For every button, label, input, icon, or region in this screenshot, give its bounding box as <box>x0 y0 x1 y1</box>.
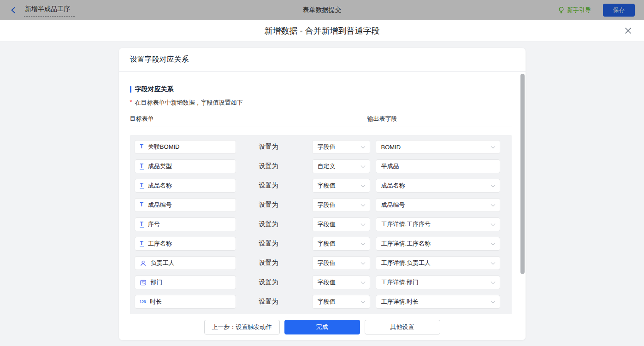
target-field: T 成品名称 <box>135 179 236 193</box>
mode-select[interactable]: 字段值 <box>312 295 370 309</box>
chevron-down-icon <box>490 241 495 246</box>
value-select[interactable]: 成品编号 <box>376 198 500 212</box>
target-field-label: 部门 <box>151 278 163 287</box>
other-settings-button[interactable]: 其他设置 <box>365 320 440 334</box>
set-as-label: 设置为 <box>259 240 283 248</box>
target-field: T 序号 <box>135 217 236 231</box>
target-field-label: 成品名称 <box>148 182 172 190</box>
chevron-down-icon <box>360 299 365 304</box>
modal-title: 新增数据 - 合并新增到普通字段 <box>265 25 380 36</box>
value-select[interactable]: 工序详情.工序序号 <box>376 217 500 231</box>
target-field: T 成品编号 <box>135 198 236 212</box>
column-header-target-form: 目标表单 <box>130 115 154 123</box>
chevron-down-icon <box>490 260 495 265</box>
number-field-icon: 123 <box>140 299 146 304</box>
value-select-value: 工序详情.部门 <box>381 278 419 287</box>
target-field: T 关联BOMID <box>135 140 236 154</box>
value-select-value: 工序详情.工序名称 <box>381 240 431 248</box>
back-button[interactable] <box>9 6 18 14</box>
section-title: 字段对应关系 <box>130 85 512 94</box>
mode-select[interactable]: 字段值 <box>312 179 370 193</box>
close-icon <box>625 27 632 34</box>
chevron-down-icon <box>490 144 495 149</box>
table-row: T 成品编号 设置为 字段值 成品编号 <box>135 198 512 212</box>
done-button[interactable]: 完成 <box>284 320 360 334</box>
value-select-value: BOMID <box>381 144 401 151</box>
target-field-label: 成品类型 <box>148 162 172 170</box>
back-chevron-icon <box>9 6 18 14</box>
value-select-value: 工序详情.工序序号 <box>381 220 431 229</box>
text-field-icon: T <box>140 221 144 228</box>
scrollbar-track[interactable] <box>520 74 525 311</box>
lightbulb-icon <box>558 6 565 14</box>
chevron-down-icon <box>360 183 365 188</box>
chevron-down-icon <box>360 164 365 168</box>
value-select[interactable]: 工序详情.负责工人 <box>376 256 500 270</box>
target-field: T 工序名称 <box>135 237 236 251</box>
mode-select[interactable]: 字段值 <box>312 140 370 154</box>
value-select[interactable]: 工序详情.部门 <box>376 276 500 289</box>
section-title-label: 字段对应关系 <box>135 85 174 94</box>
value-select[interactable]: BOMID <box>376 140 500 154</box>
section-accent-bar <box>130 86 131 93</box>
field-mapping-list: T 关联BOMID 设置为 字段值 BOMID <box>130 135 512 314</box>
value-select-value: 成品编号 <box>381 201 405 209</box>
value-select[interactable]: 成品名称 <box>376 179 500 193</box>
table-row: 负责工人 设置为 字段值 工序详情.负责工人 <box>135 256 512 270</box>
value-select[interactable]: 工序详情.工序名称 <box>376 237 500 251</box>
value-select-value: 工序详情.时长 <box>381 298 419 306</box>
mode-select-value: 字段值 <box>318 278 336 287</box>
table-row: T 关联BOMID 设置为 字段值 BOMID <box>135 140 512 154</box>
card-header-title: 设置字段对应关系 <box>119 48 526 72</box>
target-field-label: 负责工人 <box>151 259 175 267</box>
mode-select[interactable]: 字段值 <box>312 217 370 231</box>
app-topbar: 新增半成品工序 表单数据提交 新手引导 保存 <box>0 0 644 20</box>
mode-select-value: 字段值 <box>318 182 336 190</box>
mode-select[interactable]: 字段值 <box>312 198 370 212</box>
mode-select[interactable]: 字段值 <box>312 237 370 251</box>
beginner-guide-label: 新手引导 <box>567 6 591 14</box>
mode-select[interactable]: 字段值 <box>312 276 370 289</box>
table-row: T 序号 设置为 字段值 工序详情.工序序号 <box>135 217 512 231</box>
member-field-icon <box>140 260 147 267</box>
chevron-down-icon <box>490 222 495 226</box>
mode-select-value: 字段值 <box>318 201 336 209</box>
value-select-value: 工序详情.负责工人 <box>381 259 431 267</box>
text-field-icon: T <box>140 144 144 150</box>
chevron-down-icon <box>490 183 495 188</box>
target-field: 负责工人 <box>135 256 236 270</box>
mode-select-value: 字段值 <box>318 298 336 306</box>
mode-select-value: 字段值 <box>318 220 336 229</box>
target-field: 123 时长 <box>135 295 236 309</box>
value-select[interactable]: 工序详情.时长 <box>376 295 500 309</box>
scrollbar-thumb[interactable] <box>520 74 525 274</box>
chevron-down-icon <box>490 280 495 284</box>
hint-text: 在目标表单中新增数据，字段值设置如下 <box>135 99 243 107</box>
chevron-down-icon <box>490 299 495 304</box>
flow-title[interactable]: 新增半成品工序 <box>24 4 75 17</box>
target-field: 部门 <box>135 276 236 289</box>
set-as-label: 设置为 <box>259 259 283 267</box>
target-field: T 成品类型 <box>135 159 236 173</box>
chevron-down-icon <box>360 260 365 265</box>
target-field-label: 时长 <box>150 298 162 306</box>
column-header-output-fields: 输出表字段 <box>367 115 397 123</box>
modal-header: 新增数据 - 合并新增到普通字段 <box>0 20 644 41</box>
target-field-label: 成品编号 <box>148 201 172 209</box>
mode-select[interactable]: 字段值 <box>312 256 370 270</box>
target-field-label: 关联BOMID <box>148 143 180 151</box>
save-button[interactable]: 保存 <box>603 4 635 17</box>
set-as-label: 设置为 <box>259 182 283 190</box>
mode-select[interactable]: 自定义 <box>312 159 370 173</box>
set-as-label: 设置为 <box>259 220 283 229</box>
prev-step-button[interactable]: 上一步：设置触发动作 <box>204 320 280 334</box>
column-headers: 目标表单 输出表字段 <box>130 115 512 123</box>
chevron-down-icon <box>360 144 365 149</box>
custom-value-input[interactable] <box>376 159 500 173</box>
mode-select-value: 字段值 <box>318 259 336 267</box>
target-field-label: 工序名称 <box>148 240 172 248</box>
text-field-icon: T <box>140 182 144 189</box>
close-button[interactable] <box>623 26 633 36</box>
mapping-card: 设置字段对应关系 字段对应关系 * 在目标表单中新增数据，字段值设置如下 目标表… <box>119 48 526 340</box>
beginner-guide-link[interactable]: 新手引导 <box>558 6 591 14</box>
